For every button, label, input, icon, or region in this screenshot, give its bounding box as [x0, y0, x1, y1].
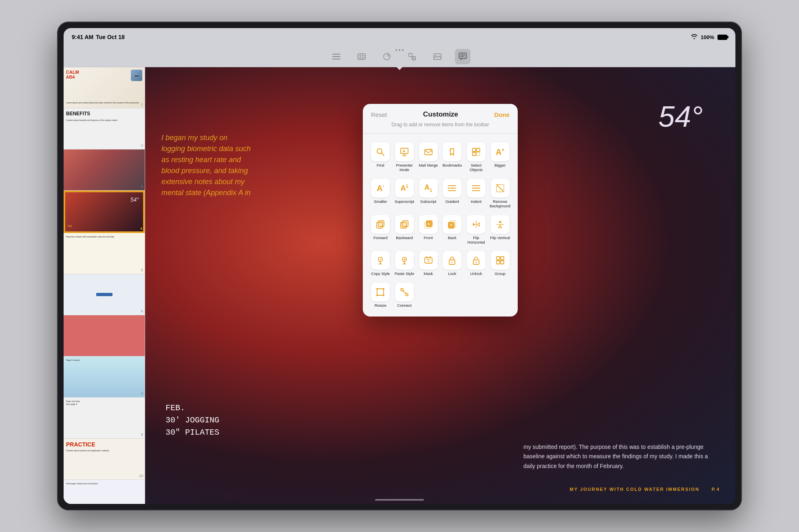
tool-mask[interactable]: Mask: [416, 248, 440, 279]
lock-icon: [443, 251, 461, 270]
toolbar-chart-icon[interactable]: [379, 49, 395, 64]
svg-point-16: [377, 149, 382, 154]
svg-rect-41: [426, 221, 432, 226]
tool-select-objects[interactable]: Select Objects: [464, 139, 488, 176]
tool-bigger[interactable]: A+ Bigger: [488, 139, 512, 176]
tool-flip-horizontal[interactable]: Flip Horizontal: [464, 212, 488, 248]
toolbar-comment-icon[interactable]: [455, 49, 470, 64]
tool-paste-style[interactable]: Paste Style: [393, 248, 417, 279]
home-indicator[interactable]: [375, 499, 424, 501]
svg-rect-53: [497, 257, 500, 260]
page-num-6: 6: [141, 309, 143, 313]
sidebar-page-4[interactable]: 54° FEB. 4: [64, 191, 145, 233]
bigger-label: Bigger: [494, 163, 505, 167]
bigger-icon: A+: [491, 143, 510, 161]
tool-outdent[interactable]: Outdent: [440, 176, 464, 212]
tool-group[interactable]: Group: [488, 248, 512, 279]
select-objects-icon: [467, 143, 486, 161]
tool-resize[interactable]: Resize: [369, 279, 393, 311]
page-thumb-2: BENEFITS Content about benefits and feat…: [64, 108, 145, 149]
modal-subtitle: Drag to add or remove items from the too…: [363, 122, 518, 133]
sidebar-page-2[interactable]: BENEFITS Content about benefits and feat…: [64, 108, 145, 149]
svg-rect-10: [412, 57, 415, 60]
connect-icon: [395, 283, 414, 301]
tool-remove-background[interactable]: Remove Background: [488, 176, 512, 212]
indent-label: Indent: [471, 199, 481, 204]
svg-rect-55: [497, 261, 500, 264]
sidebar-page-3[interactable]: 3: [64, 149, 145, 191]
svg-point-44: [380, 259, 381, 260]
tool-back[interactable]: Back: [440, 212, 464, 248]
page-thumb-6: [64, 274, 145, 315]
customize-modal: Reset Customize Done Drag to add or remo…: [363, 104, 518, 317]
page-thumb-8: Page 8 content: [64, 356, 145, 397]
tool-connect[interactable]: Connect: [393, 279, 417, 311]
superscript-icon: A1: [395, 179, 414, 198]
page-thumb-4: 54° FEB.: [64, 191, 144, 232]
subscript-label: Subscript: [420, 199, 437, 204]
tool-flip-vertical[interactable]: Flip Vertical: [488, 212, 512, 248]
modal-reset-button[interactable]: Reset: [371, 111, 387, 118]
resize-label: Resize: [375, 303, 386, 308]
tool-indent[interactable]: Indent: [464, 176, 488, 212]
page-thumb-3: [64, 149, 145, 190]
modal-done-button[interactable]: Done: [494, 111, 510, 118]
back-label: Back: [448, 235, 457, 240]
flip-horizontal-icon: [467, 215, 486, 234]
page-thumb-10: PRACTICE Content about practice and appl…: [64, 439, 145, 479]
toolbar-table-icon[interactable]: [354, 49, 369, 64]
sidebar-page-11[interactable]: Final page content and conclusions 11: [64, 480, 145, 504]
page-num-1: 1: [141, 102, 143, 106]
sidebar-page-1[interactable]: CALMAI54 📷 Lorem ipsum text content abou…: [64, 67, 145, 108]
tool-copy-style[interactable]: Copy Style: [369, 248, 393, 279]
toolbar-list-icon[interactable]: [329, 49, 344, 64]
tool-subscript[interactable]: A1 Subscript: [416, 176, 440, 212]
tool-smaller[interactable]: A- Smaller: [369, 176, 393, 212]
tool-backward[interactable]: Backward: [393, 212, 417, 248]
page-num-8: 8: [141, 391, 143, 396]
tool-find[interactable]: Find: [369, 139, 393, 176]
status-bar-right: 100%: [691, 34, 727, 40]
svg-rect-0: [332, 54, 340, 55]
svg-rect-57: [377, 289, 384, 295]
sidebar-page-6[interactable]: 6: [64, 274, 145, 315]
sidebar-page-8[interactable]: Page 8 content 8: [64, 356, 145, 398]
tool-front[interactable]: Front: [416, 212, 440, 248]
tool-unlock[interactable]: Unlock: [464, 248, 488, 279]
toolbar: [64, 46, 735, 67]
indent-icon: [467, 179, 486, 198]
tool-mail-merge[interactable]: Mail Merge: [416, 139, 440, 176]
svg-rect-3: [358, 54, 365, 59]
svg-rect-54: [501, 257, 504, 260]
svg-point-52: [475, 262, 477, 263]
sidebar-page-9[interactable]: Notes and datafrom page 9 9: [64, 398, 145, 439]
forward-icon: [371, 215, 390, 234]
toolbar-shape-icon[interactable]: [404, 49, 420, 64]
toolbar-image-icon[interactable]: [430, 49, 445, 64]
presenter-label: Presenter Mode: [394, 163, 415, 172]
svg-rect-46: [425, 257, 432, 263]
sidebar-page-5[interactable]: Page five content with handwritten style…: [64, 233, 145, 274]
page-num-7: 7: [141, 350, 143, 354]
svg-rect-2: [332, 59, 340, 59]
svg-point-59: [383, 288, 384, 290]
tool-presenter-mode[interactable]: Presenter Mode: [393, 139, 417, 176]
back-icon: [443, 215, 461, 234]
copy-style-icon: [371, 251, 390, 270]
tool-bookmarks[interactable]: Bookmarks: [440, 139, 464, 176]
smaller-label: Smaller: [374, 199, 387, 204]
page-thumb-9: Notes and datafrom page 9: [64, 398, 145, 438]
flip-vertical-icon: [491, 215, 510, 234]
tool-superscript[interactable]: A1 Superscript: [393, 176, 417, 212]
tool-lock[interactable]: Lock: [440, 248, 464, 279]
page-num-2: 2: [141, 143, 143, 147]
tool-forward[interactable]: Forward: [369, 212, 393, 248]
svg-point-60: [376, 295, 378, 296]
battery-percent: 100%: [701, 34, 714, 40]
sidebar-page-7[interactable]: 7: [64, 315, 145, 356]
subscript-icon: A1: [419, 179, 438, 198]
mail-merge-label: Mail Merge: [419, 163, 438, 167]
copy-style-label: Copy Style: [371, 271, 390, 276]
sidebar-page-10[interactable]: PRACTICE Content about practice and appl…: [64, 439, 145, 480]
toolbar-dot: [395, 49, 397, 51]
